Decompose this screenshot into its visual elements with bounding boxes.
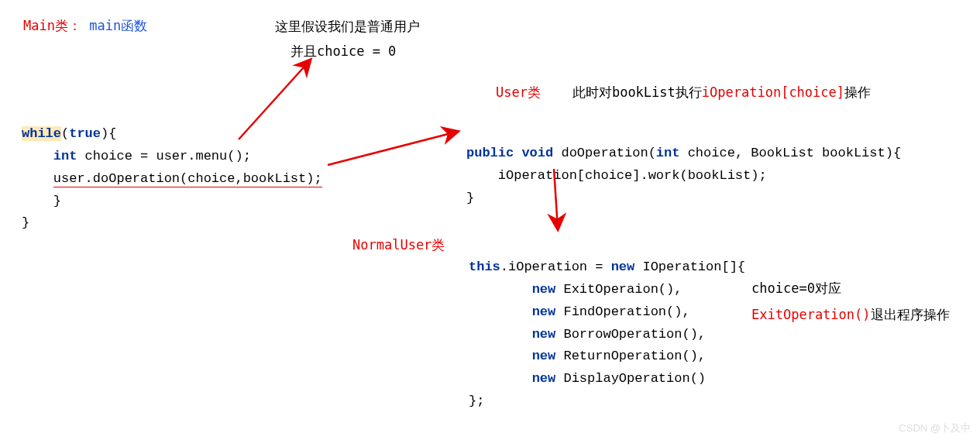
assumption-line2: 并且choice = 0 <box>291 39 420 64</box>
main-code-block: while(true){ int choice = user.menu(); u… <box>22 101 322 235</box>
choice-note-red: ExitOperation() <box>751 307 871 322</box>
normal-line0b: IOperation[]{ <box>634 260 745 274</box>
choice-note-suffix: 退出程序操作 <box>871 307 950 322</box>
main-class-red: Main类： <box>23 18 81 33</box>
kw-true: true <box>69 126 101 141</box>
normaluser-label: NormalUser类 <box>352 236 445 254</box>
user-note-prefix: 此时对bookList执行 <box>573 84 702 100</box>
watermark: CSDN @卜及中 <box>899 421 971 435</box>
user-body: iOperation[choice].work(bookList); <box>498 168 767 183</box>
user-method: doOperation( <box>553 146 656 160</box>
kw-void: void <box>521 146 553 160</box>
kw-new5: new <box>532 371 556 386</box>
choice-note-line1: choice=0对应 <box>751 275 950 301</box>
user-close: } <box>466 191 474 205</box>
normal-line0a: .iOperation = <box>500 260 611 274</box>
kw-public: public <box>466 146 514 160</box>
kw-int2: int <box>656 146 680 160</box>
assumption-line1: 这里假设我们是普通用户 <box>275 14 420 39</box>
kw-new2: new <box>532 304 556 319</box>
kw-new3: new <box>532 327 556 342</box>
kw-new0: new <box>611 260 635 274</box>
main-class-blue: main函数 <box>89 18 147 33</box>
normal-item4: ReturnOperation(), <box>555 349 706 363</box>
user-class-label: User类 此时对bookList执行iOperation[choice]操作 <box>496 84 871 101</box>
normal-item5: DisplayOperation() <box>555 371 706 386</box>
user-code-block: public void doOperation(int choice, Book… <box>466 120 901 210</box>
main-class-label: Main类： main函数 <box>23 17 147 35</box>
normal-item3: BorrowOperation(), <box>555 327 706 342</box>
kw-this: this <box>469 260 500 274</box>
main-close1: } <box>53 194 61 208</box>
kw-new4: new <box>532 349 556 363</box>
main-close2: } <box>22 215 29 230</box>
normal-item2: FindOperation(), <box>555 304 689 319</box>
assumption-note: 这里假设我们是普通用户 并且choice = 0 <box>275 14 420 64</box>
user-param1: choice, BookList bookList){ <box>679 146 901 160</box>
kw-while: while <box>22 126 61 141</box>
normal-item1: ExitOperaion(), <box>555 282 682 297</box>
kw-int: int <box>53 149 77 163</box>
normaluser-code-block: this.iOperation = new IOperation[]{ new … <box>469 234 745 413</box>
main-line1-rest: choice = user.menu(); <box>77 149 250 163</box>
svg-line-1 <box>328 132 457 165</box>
choice-note: choice=0对应 ExitOperation()退出程序操作 <box>751 275 950 328</box>
main-line2-underlined: user.doOperation(choice,bookList); <box>53 171 322 187</box>
user-class-red: User类 <box>496 84 541 100</box>
user-note-suffix: 操作 <box>844 84 871 100</box>
kw-new1: new <box>532 282 556 297</box>
user-note-red: iOperation[choice] <box>702 84 844 100</box>
normal-close: }; <box>469 394 484 408</box>
